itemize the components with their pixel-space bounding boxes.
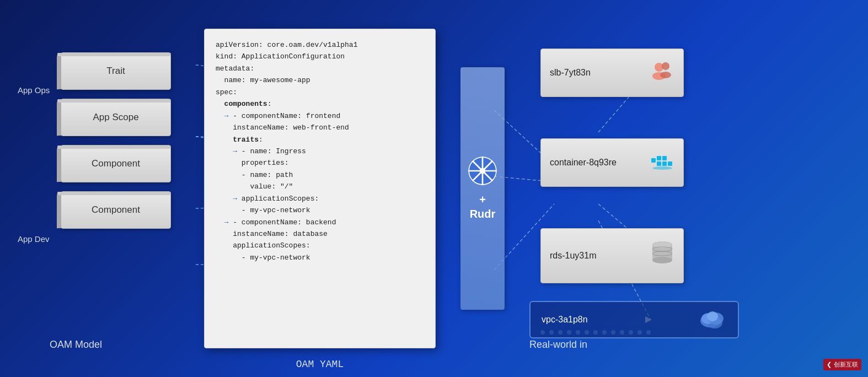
yaml-section-label: OAM YAML <box>296 357 344 373</box>
vpc-name: vpc-3a1p8n <box>542 315 588 325</box>
slb-name: slb-7yt83n <box>550 68 591 78</box>
yaml-line-16: → - componentName: backend <box>216 217 424 228</box>
yaml-line-10: → - name: Ingress <box>216 146 424 157</box>
yaml-line-14: → applicationScopes: <box>216 193 424 204</box>
oam-model-label: OAM Model <box>50 339 102 351</box>
svg-point-26 <box>660 72 671 78</box>
yaml-line-15: - my-vpc-network <box>216 204 424 216</box>
svg-rect-28 <box>657 156 661 160</box>
component-1-label: Component <box>92 158 140 169</box>
vpc-box: vpc-3a1p8n <box>529 301 739 338</box>
yaml-line-3: metadata: <box>216 63 424 74</box>
yaml-line-19: - my-vpc-network <box>216 252 424 263</box>
vpc-cloud-icon <box>698 309 727 331</box>
svg-rect-30 <box>662 156 667 160</box>
yaml-line-8: instanceName: web-front-end <box>216 122 424 133</box>
plus-label: + <box>479 193 486 206</box>
svg-rect-32 <box>668 161 672 166</box>
rds-name: rds-1uy31m <box>550 251 596 261</box>
app-scope-label: App Scope <box>93 112 138 123</box>
k8s-rudr-label: + Rudr <box>470 192 496 221</box>
kubernetes-icon <box>468 156 497 186</box>
container-resource-box: container-8q93re <box>540 138 684 187</box>
component-2-label: Component <box>92 204 140 216</box>
app-dev-label: App Dev <box>18 234 50 244</box>
yaml-line-18: applicationScopes: <box>216 240 424 251</box>
rudr-label: Rudr <box>470 208 496 220</box>
svg-rect-27 <box>651 158 656 163</box>
svg-rect-31 <box>662 161 667 166</box>
yaml-line-12: - name: path <box>216 169 424 181</box>
slb-icon <box>650 61 674 85</box>
trait-box: Trait <box>61 52 171 90</box>
realworld-section-label: Real-world in <box>529 339 587 351</box>
svg-rect-29 <box>657 161 661 166</box>
rds-resource-box: rds-1uy31m <box>540 228 684 283</box>
yaml-line-1: apiVersion: core.oam.dev/v1alpha1 <box>216 39 424 51</box>
svg-point-36 <box>652 257 672 263</box>
app-scope-box: App Scope <box>61 99 171 136</box>
slb-resource-box: slb-7yt83n <box>540 49 684 97</box>
yaml-line-17: instanceName: database <box>216 228 424 240</box>
model-boxes-container: Trait App Scope Component Component <box>61 52 171 229</box>
main-container: App Ops App Dev Trait App Scope Componen… <box>0 0 868 377</box>
rds-icon <box>650 239 674 272</box>
realworld-section: slb-7yt83n container-8q93re <box>518 11 868 366</box>
component-1-box: Component <box>61 145 171 182</box>
yaml-line-4: name: my-awesome-app <box>216 74 424 86</box>
yaml-line-7: → - componentName: frontend <box>216 110 424 122</box>
container-icon <box>650 150 674 175</box>
oam-model-section: App Ops App Dev Trait App Scope Componen… <box>0 11 199 366</box>
container-name: container-8q93re <box>550 158 617 168</box>
yaml-line-9: traits: <box>216 134 424 146</box>
yaml-line-6: components: <box>216 98 424 110</box>
app-ops-label: App Ops <box>18 85 50 95</box>
k8s-panel: + Rudr <box>460 67 505 310</box>
svg-point-24 <box>662 62 669 70</box>
trait-label: Trait <box>106 66 125 77</box>
yaml-line-2: kind: ApplicationConfiguration <box>216 51 424 62</box>
component-2-box: Component <box>61 191 171 229</box>
k8s-section: + Rudr <box>447 67 518 310</box>
yaml-line-11: properties: <box>216 157 424 169</box>
svg-point-33 <box>652 166 672 170</box>
yaml-line-5: spec: <box>216 87 424 98</box>
yaml-line-13: value: "/" <box>216 181 424 192</box>
svg-point-44 <box>707 311 718 321</box>
yaml-section: apiVersion: core.oam.dev/v1alpha1 kind: … <box>204 29 436 348</box>
vpc-container: vpc-3a1p8n <box>529 301 739 338</box>
